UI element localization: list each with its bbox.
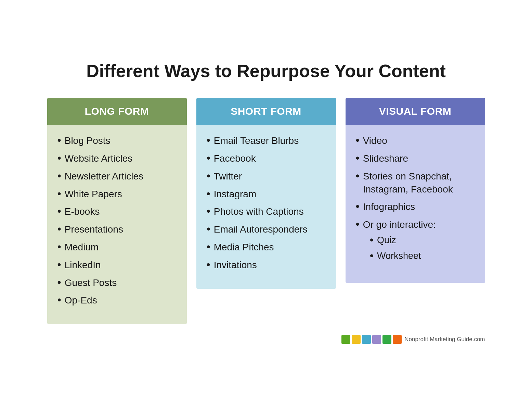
- list-item-text: E-books: [65, 205, 177, 218]
- bullet-icon: •: [356, 170, 360, 182]
- list-item: •Blog Posts: [57, 134, 177, 147]
- list-item-text: Or go interactive:•Quiz•Worksheet: [363, 218, 475, 266]
- slide: Different Ways to Repurpose Your Content…: [27, 47, 506, 364]
- sub-bullet-icon: •: [370, 234, 374, 246]
- logo-blocks: [341, 335, 402, 344]
- column-short-form: SHORT FORM •Email Teaser Blurbs•Facebook…: [196, 98, 336, 288]
- list-item: •Instagram: [207, 188, 326, 201]
- column-long-form: LONG FORM •Blog Posts•Website Articles•N…: [47, 98, 187, 324]
- list-item: •Invitations: [207, 259, 326, 272]
- list-item: •Facebook: [207, 152, 326, 165]
- list-item-text: Guest Posts: [65, 276, 177, 289]
- list-item-text: Twitter: [214, 170, 326, 183]
- bullet-icon: •: [207, 205, 210, 217]
- bullet-icon: •: [207, 134, 210, 146]
- list-item-text: Presentations: [65, 223, 177, 236]
- list-item: •Medium: [57, 241, 177, 254]
- logo-color-block: [382, 335, 391, 344]
- list-item: •Guest Posts: [57, 276, 177, 289]
- logo-color-block: [352, 335, 361, 344]
- list-item: •Or go interactive:•Quiz•Worksheet: [356, 218, 475, 266]
- list-item: •Photos with Captions: [207, 205, 326, 218]
- list-item: •Slideshare: [356, 152, 475, 165]
- list-item-text: Email Teaser Blurbs: [214, 134, 326, 147]
- list-item-text: Newsletter Articles: [65, 170, 177, 183]
- bullet-icon: •: [207, 223, 210, 235]
- bullet-icon: •: [207, 170, 210, 182]
- column-visual-form: VISUAL FORM •Video•Slideshare•Stories on…: [346, 98, 485, 283]
- list-item: •Media Pitches: [207, 241, 326, 254]
- list-item: •Presentations: [57, 223, 177, 236]
- sub-list: •Quiz•Worksheet: [370, 234, 475, 262]
- bullet-icon: •: [57, 188, 61, 200]
- bullet-icon: •: [57, 205, 61, 217]
- list-item: •Op-Eds: [57, 294, 177, 307]
- bullet-icon: •: [356, 218, 360, 230]
- bullet-icon: •: [57, 276, 61, 288]
- list-item-text: Facebook: [214, 152, 326, 165]
- list-item-text: White Papers: [65, 188, 177, 201]
- sub-list-item-text: Worksheet: [377, 250, 475, 262]
- bullet-icon: •: [57, 152, 61, 164]
- list-item-text: Op-Eds: [65, 294, 177, 307]
- list-item-text: Email Autoresponders: [214, 223, 326, 236]
- logo-color-block: [393, 335, 402, 344]
- sub-list-item: •Worksheet: [370, 250, 475, 262]
- short-form-header: SHORT FORM: [196, 98, 336, 125]
- list-item: •E-books: [57, 205, 177, 218]
- logo-color-block: [362, 335, 371, 344]
- list-item: •Video: [356, 134, 475, 147]
- list-item: •LinkedIn: [57, 259, 177, 272]
- short-form-body: •Email Teaser Blurbs•Facebook•Twitter•In…: [196, 125, 336, 288]
- list-item-text: Website Articles: [65, 152, 177, 165]
- list-item: •Newsletter Articles: [57, 170, 177, 183]
- logo-color-block: [341, 335, 350, 344]
- columns-container: LONG FORM •Blog Posts•Website Articles•N…: [47, 98, 485, 324]
- bullet-icon: •: [356, 152, 360, 164]
- visual-form-header: VISUAL FORM: [346, 98, 485, 125]
- logo-area: Nonprofit Marketing Guide.com: [47, 335, 485, 344]
- bullet-icon: •: [57, 170, 61, 182]
- list-item: •Email Autoresponders: [207, 223, 326, 236]
- logo-color-block: [372, 335, 381, 344]
- list-item: •Website Articles: [57, 152, 177, 165]
- list-item-text: Media Pitches: [214, 241, 326, 254]
- list-item: •Stories on Snapchat, Instagram, Faceboo…: [356, 170, 475, 196]
- list-item-text: Medium: [65, 241, 177, 254]
- list-item: •White Papers: [57, 188, 177, 201]
- bullet-icon: •: [57, 134, 61, 146]
- list-item-text: Video: [363, 134, 475, 147]
- visual-form-body: •Video•Slideshare•Stories on Snapchat, I…: [346, 125, 485, 283]
- list-item-text: Infographics: [363, 200, 475, 213]
- long-form-header: LONG FORM: [47, 98, 187, 125]
- list-item-text: Instagram: [214, 188, 326, 201]
- sub-bullet-icon: •: [370, 250, 374, 262]
- logo-text: Nonprofit Marketing Guide.com: [404, 336, 485, 343]
- list-item-text: Stories on Snapchat, Instagram, Facebook: [363, 170, 475, 196]
- bullet-icon: •: [57, 223, 61, 235]
- bullet-icon: •: [207, 241, 210, 253]
- list-item: •Twitter: [207, 170, 326, 183]
- list-item: •Infographics: [356, 200, 475, 213]
- logo-main-text: Nonprofit Marketing Guide: [404, 336, 472, 342]
- list-item: •Email Teaser Blurbs: [207, 134, 326, 147]
- bullet-icon: •: [207, 188, 210, 200]
- bullet-icon: •: [57, 241, 61, 253]
- bullet-icon: •: [207, 152, 210, 164]
- list-item-text: Slideshare: [363, 152, 475, 165]
- sub-list-item-text: Quiz: [377, 234, 475, 246]
- long-form-body: •Blog Posts•Website Articles•Newsletter …: [47, 125, 187, 324]
- bullet-icon: •: [57, 294, 61, 306]
- bullet-icon: •: [57, 259, 61, 271]
- list-item-text: Blog Posts: [65, 134, 177, 147]
- bullet-icon: •: [356, 200, 360, 212]
- bullet-icon: •: [207, 259, 210, 271]
- page-title: Different Ways to Repurpose Your Content: [47, 60, 485, 82]
- logo-suffix: .com: [472, 336, 485, 342]
- list-item-text: LinkedIn: [65, 259, 177, 272]
- sub-list-item: •Quiz: [370, 234, 475, 246]
- list-item-text: Photos with Captions: [214, 205, 326, 218]
- bullet-icon: •: [356, 134, 360, 146]
- list-item-text: Invitations: [214, 259, 326, 272]
